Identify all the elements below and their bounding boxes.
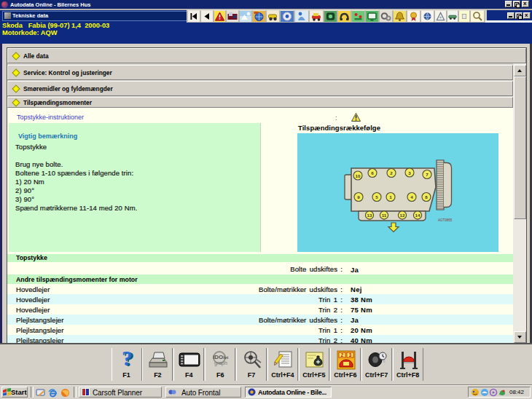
svg-text:2: 2	[340, 352, 343, 357]
svg-text:10: 10	[356, 173, 361, 178]
svg-text:8: 8	[425, 194, 428, 200]
svg-text:graph: graph	[214, 360, 227, 366]
svg-text:AGT0865: AGT0865	[438, 218, 453, 222]
svg-text:6: 6	[371, 170, 374, 175]
svg-text:9: 9	[357, 194, 360, 200]
svg-text:3: 3	[408, 170, 411, 175]
svg-text:11: 11	[382, 213, 387, 218]
svg-text:13: 13	[367, 213, 372, 218]
svg-text:3: 3	[348, 352, 351, 357]
svg-text:12: 12	[400, 213, 405, 218]
svg-text:5: 5	[375, 194, 378, 200]
svg-text:7: 7	[426, 172, 429, 177]
svg-text:iDOlet: iDOlet	[213, 354, 228, 360]
svg-text:14: 14	[415, 213, 420, 218]
svg-text:1: 1	[389, 194, 392, 200]
svg-text:2: 2	[390, 170, 393, 175]
svg-text:?: ?	[122, 348, 133, 370]
svg-text:4: 4	[410, 194, 413, 200]
